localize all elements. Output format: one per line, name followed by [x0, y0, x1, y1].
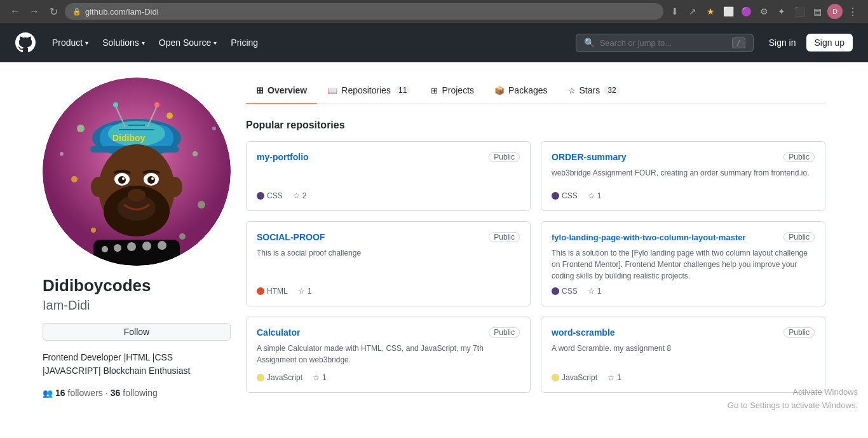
lang-dot: [552, 374, 559, 381]
following-link[interactable]: 36: [111, 388, 121, 398]
star-count: 1: [597, 191, 602, 200]
profile-tabs: ⊞ Overview 📖 Repositories 11 ⊞ Projects …: [246, 78, 825, 104]
following-label: following: [123, 388, 157, 398]
lang-label: HTML: [267, 287, 288, 296]
tab-repositories[interactable]: 📖 Repositories 11: [317, 78, 421, 104]
repo-name-link[interactable]: my-portfolio: [257, 152, 309, 162]
browser-back-button[interactable]: ←: [8, 4, 23, 19]
tab-stars[interactable]: ☆ Stars 32: [558, 78, 630, 104]
profile-sidebar: Didiboy: [43, 78, 231, 403]
browser-action-4[interactable]: ⬜: [721, 4, 736, 19]
nav-opensource[interactable]: Open Source ▾: [153, 32, 224, 53]
svg-point-10: [60, 152, 64, 156]
github-logo[interactable]: [15, 32, 36, 53]
repo-card: fylo-landing-page-with-two-column-layout…: [541, 221, 825, 306]
profile-badge: D: [201, 236, 219, 254]
svg-point-5: [193, 151, 198, 156]
repo-name-link[interactable]: fylo-landing-page-with-two-column-layout…: [552, 233, 746, 242]
svg-text:Didiboy: Didiboy: [112, 133, 146, 143]
tab-projects-label: Projects: [442, 85, 474, 95]
svg-point-40: [158, 241, 166, 250]
repo-card: my-portfolio Public CSS ☆ 2: [246, 141, 531, 211]
repo-footer: JavaScript ☆ 1: [257, 373, 520, 382]
star-icon: ☆: [568, 86, 576, 95]
svg-point-32: [151, 177, 154, 180]
search-input[interactable]: [600, 38, 727, 48]
svg-point-6: [71, 176, 78, 182]
svg-point-9: [179, 233, 186, 240]
address-bar[interactable]: 🔒 github.com/Iam-Didi: [65, 3, 663, 20]
repo-badge: Public: [783, 152, 815, 162]
svg-point-37: [114, 244, 121, 252]
browser-action-8[interactable]: ⬛: [792, 4, 807, 19]
chevron-down-icon: ▾: [85, 39, 88, 46]
lang-label: CSS: [562, 287, 578, 296]
repo-desc: web3bridge Assignment FOUR, creating an …: [552, 167, 815, 186]
svg-rect-35: [93, 240, 180, 266]
browser-forward-button[interactable]: →: [27, 4, 42, 19]
repo-desc: This is a solution to the [Fylo landing …: [552, 247, 815, 282]
github-logo-icon: [15, 32, 36, 53]
follow-label: Follow: [124, 327, 149, 337]
repo-name-link[interactable]: Calculator: [257, 327, 300, 338]
tab-projects[interactable]: ⊞ Projects: [421, 78, 484, 104]
github-header: Product ▾ Solutions ▾ Open Source ▾ Pric…: [0, 23, 868, 62]
browser-action-7[interactable]: ✦: [774, 4, 789, 19]
svg-point-26: [128, 189, 146, 202]
avatar-image: Didiboy: [43, 78, 231, 266]
repo-card: Calculator Public A simple Calculator ma…: [246, 317, 531, 393]
lang-label: JavaScript: [562, 373, 597, 382]
search-icon: 🔍: [584, 38, 595, 48]
nav-pricing[interactable]: Pricing: [224, 32, 264, 53]
repo-stars: ☆ 1: [607, 373, 621, 382]
lang-label: CSS: [267, 191, 283, 200]
repo-badge: Public: [783, 327, 815, 338]
repo-card: word-scramble Public A word Scramble. my…: [541, 317, 825, 393]
repo-footer: JavaScript ☆ 1: [552, 373, 815, 382]
signin-button[interactable]: Sign in: [764, 34, 801, 51]
signup-button[interactable]: Sign up: [806, 34, 853, 51]
star-icon-small: ☆: [588, 191, 595, 200]
repo-card-header: SOCIAL-PROOF Public: [257, 232, 520, 242]
browser-menu-button[interactable]: ⋮: [845, 6, 860, 18]
repo-desc: A word Scramble. my assignment 8: [552, 343, 815, 368]
nav-solutions[interactable]: Solutions ▾: [96, 32, 151, 53]
repo-footer: HTML ☆ 1: [257, 287, 520, 296]
tab-stars-label: Stars: [580, 85, 600, 95]
repo-name-link[interactable]: ORDER-summary: [552, 152, 626, 162]
repo-lang: CSS: [552, 287, 578, 296]
tab-overview[interactable]: ⊞ Overview: [246, 78, 317, 104]
github-nav: Product ▾ Solutions ▾ Open Source ▾ Pric…: [46, 32, 566, 53]
repo-lang: CSS: [552, 191, 578, 200]
browser-action-9[interactable]: ▤: [810, 4, 825, 19]
user-avatar-browser[interactable]: D: [827, 4, 843, 19]
browser-extension-icons: ⬇ ↗ ★ ⬜ 🟣 ⚙ ✦ ⬛ ▤ D ⋮: [667, 4, 860, 19]
nav-product-label: Product: [52, 38, 83, 48]
svg-point-11: [212, 127, 216, 130]
header-search[interactable]: 🔍 /: [576, 34, 754, 52]
search-kbd: /: [732, 38, 745, 48]
tab-overview-label: Overview: [268, 85, 307, 95]
follow-button[interactable]: Follow: [43, 323, 231, 341]
followers-link[interactable]: 16: [55, 388, 65, 398]
tabs-and-content: ⊞ Overview 📖 Repositories 11 ⊞ Projects …: [246, 78, 825, 403]
browser-chrome: ← → ↻ 🔒 github.com/Iam-Didi ⬇ ↗ ★ ⬜ 🟣 ⚙ …: [0, 0, 868, 23]
tab-packages[interactable]: 📦 Packages: [484, 78, 557, 104]
lang-dot: [552, 287, 559, 295]
repo-name-link[interactable]: word-scramble: [552, 327, 615, 338]
repo-stars: ☆ 2: [293, 191, 307, 200]
browser-action-6[interactable]: ⚙: [756, 4, 771, 19]
browser-action-5[interactable]: 🟣: [738, 4, 754, 19]
browser-action-2[interactable]: ↗: [685, 4, 700, 19]
browser-action-1[interactable]: ⬇: [667, 4, 682, 19]
nav-product[interactable]: Product ▾: [46, 32, 95, 53]
svg-point-29: [118, 176, 126, 184]
repo-badge: Public: [489, 327, 520, 338]
svg-point-31: [122, 177, 125, 180]
browser-reload-button[interactable]: ↻: [46, 4, 61, 19]
browser-action-3[interactable]: ★: [703, 4, 718, 19]
star-count: 1: [617, 373, 621, 382]
repo-name-link[interactable]: SOCIAL-PROOF: [257, 232, 325, 242]
star-count: 1: [322, 373, 327, 382]
profile-bio: Frontend Developer |HTML |CSS |JAVASCRIP…: [43, 351, 231, 378]
